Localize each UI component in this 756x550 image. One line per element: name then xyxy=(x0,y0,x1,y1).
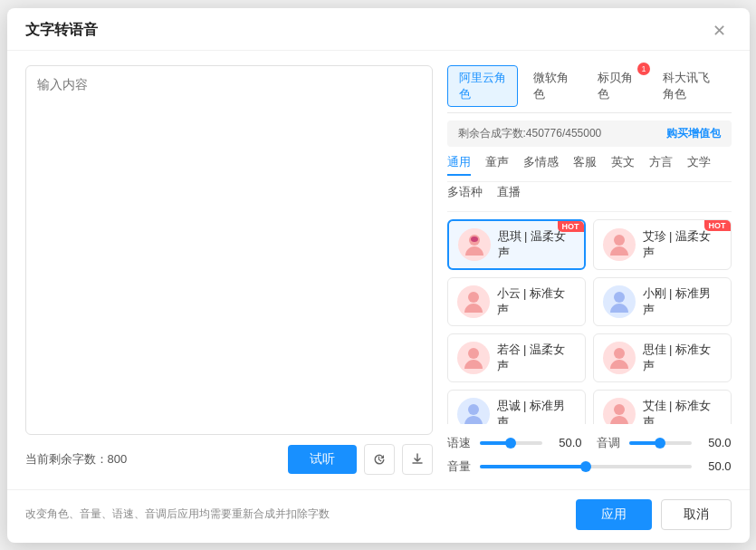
biaoyu-badge: 1 xyxy=(637,63,650,75)
subtab-general[interactable]: 通用 xyxy=(447,154,471,176)
voice-name-siqin: 思琪 | 温柔女声 xyxy=(498,228,575,261)
volume-track[interactable] xyxy=(480,465,692,468)
subtab-service[interactable]: 客服 xyxy=(573,154,597,176)
svg-point-3 xyxy=(468,292,479,303)
speed-track[interactable] xyxy=(480,441,542,445)
tab-alibaba[interactable]: 阿里云角色 xyxy=(447,65,518,107)
voice-name-aizhen: 艾珍 | 温柔女声 xyxy=(643,228,722,261)
close-button[interactable]: ✕ xyxy=(707,21,732,41)
voice-card-aijia[interactable]: 艾佳 | 标准女声 xyxy=(593,390,732,424)
female-avatar-icon5 xyxy=(607,345,632,371)
voice-card-ruogu[interactable]: 若谷 | 温柔女声 xyxy=(447,333,586,382)
speed-slider-row: 语速 50.0 音调 50.0 xyxy=(447,435,732,451)
subtab-multilang[interactable]: 多语种 xyxy=(447,184,483,206)
purchase-link[interactable]: 购买增值包 xyxy=(666,126,721,141)
voice-card-siqin[interactable]: 思琪 | 温柔女声 HOT xyxy=(447,219,586,270)
tab-microsoft[interactable]: 微软角色 xyxy=(522,65,583,107)
download-button[interactable] xyxy=(402,444,433,475)
download-icon xyxy=(410,452,425,467)
male-avatar-icon2 xyxy=(461,401,486,424)
footer-actions: 应用 取消 xyxy=(576,499,732,530)
voice-name-sijia: 思佳 | 标准女声 xyxy=(643,342,722,374)
text-input[interactable] xyxy=(25,65,433,435)
apply-button[interactable]: 应用 xyxy=(576,499,652,530)
svg-point-4 xyxy=(614,292,625,303)
svg-point-7 xyxy=(468,404,479,415)
voice-avatar-ruogu xyxy=(457,342,490,374)
voice-avatar-sijia xyxy=(603,342,636,374)
pitch-track[interactable] xyxy=(629,441,692,445)
voice-name-aijia: 艾佳 | 标准女声 xyxy=(643,398,722,424)
speed-value: 50.0 xyxy=(550,436,582,449)
voice-card-sijia[interactable]: 思佳 | 标准女声 xyxy=(593,333,732,382)
pitch-label: 音调 xyxy=(597,435,622,451)
provider-tabs: 阿里云角色 微软角色 标贝角色 1 科大讯飞角色 xyxy=(447,65,732,113)
left-bottom-bar: 当前剩余字数：800 试听 xyxy=(25,444,433,475)
voice-avatar-siqin xyxy=(458,228,491,261)
history-icon xyxy=(372,452,387,467)
quota-text: 剩余合成字数:450776/455000 xyxy=(458,126,602,141)
voice-name-ruogu: 若谷 | 温柔女声 xyxy=(497,342,576,374)
voice-card-aizhen[interactable]: 艾珍 | 温柔女声 HOT xyxy=(593,219,732,270)
volume-value: 50.0 xyxy=(699,459,732,473)
svg-point-1 xyxy=(471,236,478,242)
pitch-value: 50.0 xyxy=(699,436,732,449)
sub-tabs: 通用 童声 多情感 客服 英文 方言 文学 xyxy=(447,154,732,182)
voice-avatar-aijia xyxy=(603,398,636,424)
cancel-button[interactable]: 取消 xyxy=(661,499,732,530)
tab-biaoyu[interactable]: 标贝角色 1 xyxy=(586,65,647,107)
voice-avatar-aizhen xyxy=(603,228,636,261)
subtab-english[interactable]: 英文 xyxy=(611,154,635,176)
female-avatar-icon xyxy=(462,232,487,257)
voice-card-xiaogang[interactable]: 小刚 | 标准男声 xyxy=(593,277,732,326)
remaining-chars: 当前剩余字数：800 xyxy=(25,451,128,468)
dialog-header: 文字转语音 ✕ xyxy=(7,8,750,51)
volume-thumb[interactable] xyxy=(580,461,591,472)
volume-fill xyxy=(480,465,586,468)
speed-label: 语速 xyxy=(447,435,473,451)
voice-avatar-sicheng xyxy=(457,398,490,424)
voice-avatar-xiaogang xyxy=(603,285,636,318)
volume-label: 音量 xyxy=(447,458,473,475)
left-panel: 当前剩余字数：800 试听 xyxy=(25,65,433,475)
hot-badge-siqin: HOT xyxy=(558,221,584,232)
voice-card-sicheng[interactable]: 思诚 | 标准男声 xyxy=(447,390,586,424)
dialog-footer: 改变角色、音量、语速、音调后应用均需要重新合成并扣除字数 应用 取消 xyxy=(7,489,750,543)
sliders-section: 语速 50.0 音调 50.0 音量 xyxy=(447,431,732,475)
footer-note: 改变角色、音量、语速、音调后应用均需要重新合成并扣除字数 xyxy=(25,507,330,522)
subtab-literature[interactable]: 文学 xyxy=(687,154,711,176)
subtab-emotion[interactable]: 多情感 xyxy=(523,154,559,176)
svg-point-5 xyxy=(468,348,479,359)
dialog-title: 文字转语音 xyxy=(25,21,98,40)
trial-button[interactable]: 试听 xyxy=(288,445,357,474)
right-panel: 阿里云角色 微软角色 标贝角色 1 科大讯飞角色 剩余合成字数:450776/4… xyxy=(447,65,732,475)
svg-point-2 xyxy=(614,235,625,246)
voice-avatar-xiaoyun xyxy=(457,285,490,318)
left-actions: 试听 xyxy=(288,444,433,475)
dialog-body: 当前剩余字数：800 试听 xyxy=(7,51,750,489)
history-button[interactable] xyxy=(364,444,395,475)
pitch-thumb[interactable] xyxy=(655,438,665,449)
tab-iflytek[interactable]: 科大讯飞角色 xyxy=(651,65,732,107)
female-avatar-icon3 xyxy=(461,289,486,314)
female-avatar-icon6 xyxy=(607,401,632,424)
voice-name-xiaogang: 小刚 | 标准男声 xyxy=(643,285,722,318)
voice-name-xiaoyun: 小云 | 标准女声 xyxy=(497,285,576,318)
tts-dialog: 文字转语音 ✕ 当前剩余字数：800 试听 xyxy=(7,8,750,543)
voice-name-sicheng: 思诚 | 标准男声 xyxy=(497,398,576,424)
hot-badge-aizhen: HOT xyxy=(704,220,731,231)
subtab-dialect[interactable]: 方言 xyxy=(649,154,673,176)
subtab-child[interactable]: 童声 xyxy=(485,154,509,176)
subtab-live[interactable]: 直播 xyxy=(497,184,521,206)
quota-bar: 剩余合成字数:450776/455000 购买增值包 xyxy=(447,121,732,147)
female-avatar-icon4 xyxy=(461,345,486,371)
sub-tabs-row2: 多语种 直播 xyxy=(447,184,732,212)
svg-point-6 xyxy=(614,348,625,359)
female-avatar-icon2 xyxy=(607,232,632,257)
male-avatar-icon xyxy=(607,289,632,314)
svg-point-8 xyxy=(614,404,625,415)
volume-slider-row: 音量 50.0 xyxy=(447,458,732,475)
voice-grid: 思琪 | 温柔女声 HOT 艾珍 | 温柔女声 HOT xyxy=(447,219,732,424)
speed-thumb[interactable] xyxy=(505,438,516,449)
voice-card-xiaoyun[interactable]: 小云 | 标准女声 xyxy=(447,277,586,326)
